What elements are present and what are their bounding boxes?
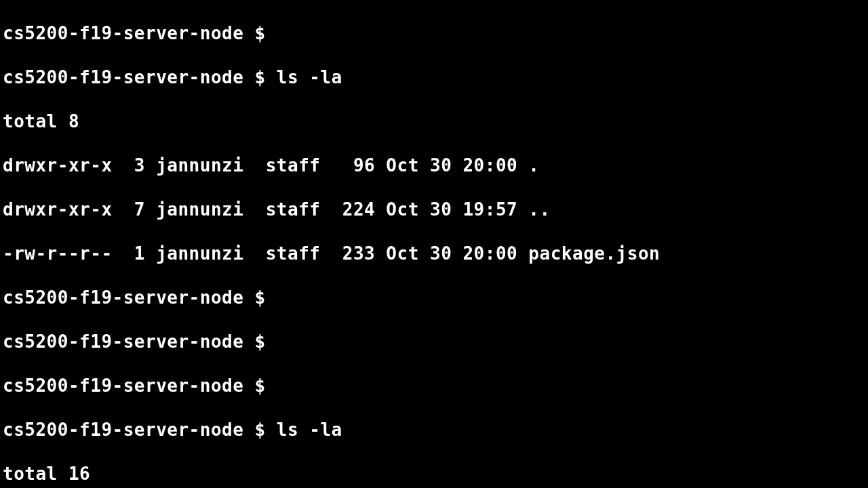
terminal-output[interactable]: cs5200-f19-server-node $ cs5200-f19-serv… [3,0,865,488]
output-line: total 8 [3,110,865,133]
prompt-line: cs5200-f19-server-node $ [3,375,865,397]
output-line: drwxr-xr-x 3 jannunzi staff 96 Oct 30 20… [3,155,865,177]
output-line: -rw-r--r-- 1 jannunzi staff 233 Oct 30 2… [3,243,865,265]
output-line: total 16 [3,463,865,485]
prompt-line: cs5200-f19-server-node $ [3,22,865,45]
command-line: cs5200-f19-server-node $ ls -la [3,66,865,89]
prompt-line: cs5200-f19-server-node $ [3,287,865,309]
output-line: drwxr-xr-x 7 jannunzi staff 224 Oct 30 1… [3,199,865,221]
command-line: cs5200-f19-server-node $ ls -la [3,419,865,441]
prompt-line: cs5200-f19-server-node $ [3,331,865,353]
